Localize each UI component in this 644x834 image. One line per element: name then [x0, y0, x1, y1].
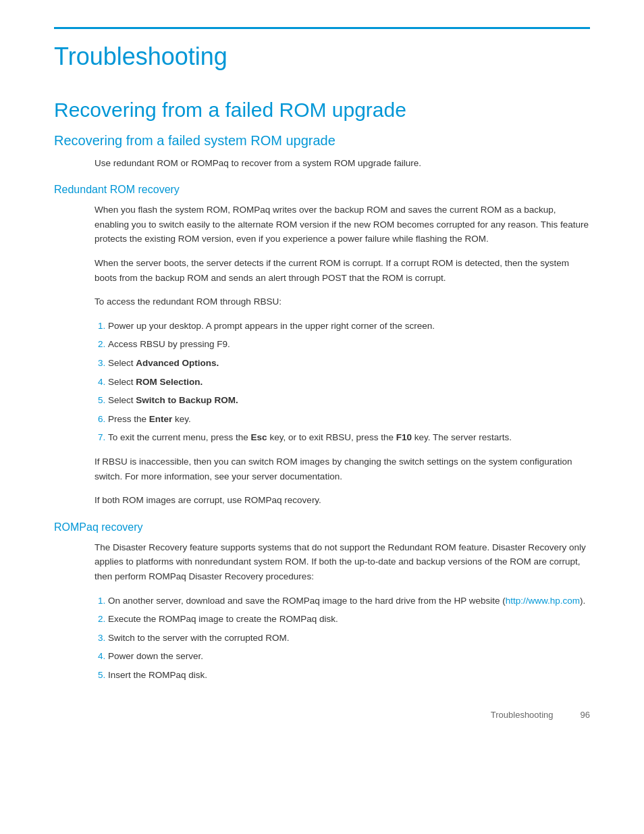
list-item: Select ROM Selection.: [108, 375, 590, 390]
rbsu-steps-list: Power up your desktop. A prompt appears …: [108, 319, 590, 445]
step5-text: Select Switch to Backup ROM.: [108, 395, 238, 405]
rompaq-steps-list: On another server, download and save the…: [108, 594, 590, 683]
main-section: Recovering from a failed ROM upgrade Rec…: [54, 98, 590, 683]
subsection1-heading: Recovering from a failed system ROM upgr…: [54, 133, 590, 149]
step-r4-text: Power down the server.: [108, 651, 203, 661]
step7-text: To exit the current menu, press the Esc …: [108, 432, 512, 442]
step5-bold: Switch to Backup ROM.: [136, 395, 238, 405]
step4-text: Select ROM Selection.: [108, 377, 203, 387]
step-r3-text: Switch to the server with the corrupted …: [108, 633, 290, 643]
list-item: Select Switch to Backup ROM.: [108, 393, 590, 408]
para2: When the server boots, the server detect…: [95, 256, 590, 285]
footer: Troubleshooting 96: [54, 710, 590, 720]
intro-text: Use redundant ROM or ROMPaq to recover f…: [95, 157, 590, 170]
step-r2-text: Execute the ROMPaq image to create the R…: [108, 614, 338, 624]
step4-bold: ROM Selection.: [136, 377, 203, 387]
list-item: Execute the ROMPaq image to create the R…: [108, 612, 590, 627]
step-r5-text: Insert the ROMPaq disk.: [108, 670, 207, 680]
step2-text: Access RBSU by pressing F9.: [108, 339, 230, 349]
redundant-rom-heading: Redundant ROM recovery: [54, 184, 590, 196]
para5: If both ROM images are corrupt, use ROMP…: [95, 493, 590, 508]
step7-bold2: F10: [396, 432, 412, 442]
list-item: Power down the server.: [108, 649, 590, 664]
hp-link[interactable]: http://www.hp.com: [506, 596, 580, 606]
main-section-heading: Recovering from a failed ROM upgrade: [54, 98, 590, 122]
subsection1: Recovering from a failed system ROM upgr…: [54, 133, 590, 683]
list-item: Access RBSU by pressing F9.: [108, 337, 590, 352]
page-title: Troubleshooting: [54, 43, 590, 71]
rompaq-heading: ROMPaq recovery: [54, 521, 590, 533]
step1-text: Power up your desktop. A prompt appears …: [108, 321, 435, 331]
list-item: On another server, download and save the…: [108, 594, 590, 608]
list-item: Select Advanced Options.: [108, 356, 590, 371]
para1: When you flash the system ROM, ROMPaq wr…: [95, 203, 590, 246]
top-rule: [54, 27, 590, 29]
step6-text: Press the Enter key.: [108, 414, 191, 424]
list-item: Insert the ROMPaq disk.: [108, 668, 590, 683]
list-item: To exit the current menu, press the Esc …: [108, 430, 590, 445]
para4: If RBSU is inaccessible, then you can sw…: [95, 454, 590, 484]
step6-bold: Enter: [149, 414, 173, 424]
step-r1-text: On another server, download and save the…: [108, 596, 585, 606]
step3-bold: Advanced Options.: [136, 358, 219, 368]
list-item: Press the Enter key.: [108, 412, 590, 427]
list-item: Switch to the server with the corrupted …: [108, 631, 590, 646]
footer-page-number: 96: [581, 710, 590, 720]
footer-section: Troubleshooting: [491, 710, 554, 720]
list-item: Power up your desktop. A prompt appears …: [108, 319, 590, 334]
para3: To access the redundant ROM through RBSU…: [95, 294, 590, 309]
page-container: Troubleshooting Recovering from a failed…: [0, 0, 644, 760]
step7-bold1: Esc: [251, 432, 267, 442]
para6: The Disaster Recovery feature supports s…: [95, 540, 590, 584]
step3-text: Select Advanced Options.: [108, 358, 219, 368]
footer-text: Troubleshooting 96: [491, 710, 590, 720]
